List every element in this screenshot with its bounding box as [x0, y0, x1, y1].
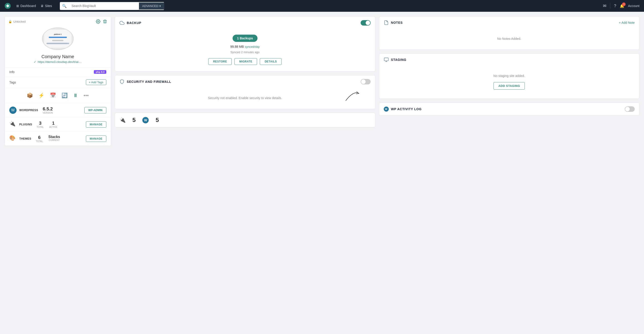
- backup-actions: RESTORE MIGRATE DETAILS: [120, 54, 370, 67]
- delete-icon[interactable]: [103, 19, 107, 24]
- more-action-icon[interactable]: •••: [84, 93, 89, 98]
- themes-current-stat: Stacks CURRENT: [48, 135, 60, 143]
- plugins-total-stat: 3 TOTAL: [37, 121, 44, 128]
- arrow-icon: [344, 89, 362, 103]
- preview-title: platform 1: [54, 33, 62, 35]
- wp-version-stat: 6.5.2 VERSION: [42, 106, 53, 114]
- themes-title: THEMES: [19, 137, 31, 140]
- themes-total-stat: 6 TOTAL: [36, 135, 43, 143]
- restore-button[interactable]: RESTORE: [208, 58, 232, 65]
- plugins-section: 🔌 PLUGINS 3 TOTAL 1 ACTIVE MANAGE: [5, 117, 111, 132]
- plugins-manage-button[interactable]: MANAGE: [86, 121, 106, 128]
- backup-action-icon[interactable]: 📦: [27, 93, 33, 98]
- help-icon[interactable]: ?: [614, 4, 616, 8]
- account-menu[interactable]: Account: [628, 4, 640, 8]
- lock-label: 🔓 Unlocked: [8, 20, 26, 23]
- security-body: Security not enabled. Enable security to…: [115, 87, 375, 109]
- action-icons-bar: 📦 ⚡ 📅 🔄 ⏸ •••: [5, 88, 111, 103]
- strip-plug-icon: 🔌: [120, 117, 126, 123]
- pause-action-icon[interactable]: ⏸: [73, 93, 78, 98]
- dashboard-icon: ⊞: [16, 4, 19, 8]
- notes-header: NOTES + Add Note: [379, 16, 640, 28]
- add-note-button[interactable]: + Add Note: [619, 21, 635, 24]
- themes-manage-button[interactable]: MANAGE: [86, 136, 106, 142]
- nav-dashboard[interactable]: ⊞ Dashboard: [16, 4, 36, 8]
- lock-bar: 🔓 Unlocked: [5, 16, 111, 24]
- preview-line-1: [49, 37, 67, 38]
- chevron-down-icon: ▾: [159, 4, 161, 8]
- preview-line-2: [52, 40, 64, 41]
- security-header: SECURITY AND FIREWALL: [115, 75, 375, 87]
- search-box: 🔍 ADVANCED ▾: [60, 2, 164, 10]
- details-button[interactable]: DETAILS: [260, 58, 282, 65]
- backup-title: BACKUP: [120, 20, 142, 25]
- preview-line-3: [46, 43, 69, 44]
- themes-icon: 🎨: [9, 135, 16, 142]
- notes-card: NOTES + Add Note No Notes Added.: [379, 16, 640, 50]
- lock-actions: [96, 19, 107, 24]
- security-title: SECURITY AND FIREWALL: [120, 79, 171, 84]
- activity-log-header: W WP ACTIVITY LOG: [379, 103, 640, 115]
- plugins-title: PLUGINS: [19, 123, 32, 126]
- center-column: BACKUP 1 Backups 99.88 MB synced/day Syn…: [115, 16, 376, 146]
- security-icon: [120, 79, 124, 84]
- security-toggle[interactable]: [361, 79, 370, 84]
- left-panel: 🔓 Unlocked platform 1 Company Name ✓ ht: [4, 16, 111, 146]
- strip-plugin-icon: 🔌: [120, 117, 126, 123]
- search-icon: 🔍: [60, 2, 69, 10]
- add-staging-button[interactable]: ADD STAGING: [494, 82, 525, 90]
- svg-rect-2: [384, 58, 388, 61]
- main-content: 🔓 Unlocked platform 1 Company Name ✓ ht: [0, 12, 644, 151]
- settings-icon[interactable]: [96, 19, 100, 24]
- backup-header: BACKUP: [115, 16, 375, 28]
- themes-section: 🎨 THEMES 6 TOTAL Stacks CURRENT MANAGE: [5, 132, 111, 146]
- monitor-icon: 🖥: [40, 4, 44, 8]
- info-label: Info: [9, 70, 14, 74]
- activity-log-title: W WP ACTIVITY LOG: [384, 107, 422, 112]
- notes-body: No Notes Added.: [379, 28, 640, 50]
- backup-count-button[interactable]: 1 Backups: [232, 35, 258, 42]
- wp-activity-icon: W: [384, 107, 389, 112]
- backup-icon: [120, 20, 124, 25]
- main-nav: ⊞ Dashboard 🖥 Sites: [16, 4, 52, 8]
- mail-icon[interactable]: ✉: [603, 3, 606, 8]
- right-column: NOTES + Add Note No Notes Added. STAGING…: [379, 16, 640, 146]
- activity-log-toggle[interactable]: [625, 106, 635, 112]
- wp-stats: 6.5.2 VERSION: [42, 106, 53, 114]
- sync-action-icon[interactable]: 🔄: [62, 93, 68, 98]
- notification-bell[interactable]: 🔔 1: [620, 4, 624, 8]
- notes-icon: [384, 20, 389, 25]
- advanced-button[interactable]: ADVANCED ▾: [139, 2, 164, 9]
- company-url: ✓ https://demo3.cloudwp.dev/trial-...: [5, 60, 111, 67]
- staging-icon: [384, 57, 389, 62]
- nav-sites[interactable]: 🖥 Sites: [40, 4, 52, 8]
- header-right: ✉ ? 🔔 1 Account: [603, 3, 640, 8]
- backup-synced-time: Synced 2 minutes ago: [120, 49, 370, 54]
- add-tags-button[interactable]: + Add Tags: [86, 79, 106, 85]
- site-thumbnail: platform 1: [42, 27, 74, 50]
- bottom-strip: 🔌 5 W 5: [115, 113, 376, 127]
- notes-title: NOTES: [384, 20, 403, 25]
- info-row: Info php 8.0: [5, 67, 111, 76]
- strip-plugins-count: 5: [132, 117, 136, 124]
- backup-info: 99.88 MB synced/day: [120, 44, 370, 49]
- search-input[interactable]: [69, 2, 139, 9]
- security-card: SECURITY AND FIREWALL Security not enabl…: [115, 75, 376, 109]
- tags-row: Tags + Add Tags: [5, 76, 111, 88]
- staging-card: STAGING No staging site added. ADD STAGI…: [379, 53, 640, 99]
- calendar-action-icon[interactable]: 📅: [50, 93, 56, 98]
- wordpress-action-icon[interactable]: ⚡: [38, 93, 44, 98]
- svg-point-1: [98, 21, 99, 22]
- strip-wp-count: 5: [156, 117, 159, 124]
- backup-body: 1 Backups 99.88 MB synced/day Synced 2 m…: [115, 28, 375, 71]
- staging-header: STAGING: [379, 54, 640, 65]
- backup-toggle[interactable]: [361, 20, 370, 25]
- wp-admin-button[interactable]: WP-ADMIN: [84, 107, 106, 113]
- site-preview: platform 1: [5, 24, 111, 52]
- plugins-icon: 🔌: [9, 121, 16, 128]
- header-divider: [610, 3, 610, 8]
- php-badge: php 8.0: [94, 70, 106, 74]
- migrate-button[interactable]: MIGRATE: [234, 58, 257, 65]
- tags-label: Tags: [9, 81, 16, 84]
- logo[interactable]: [4, 3, 11, 9]
